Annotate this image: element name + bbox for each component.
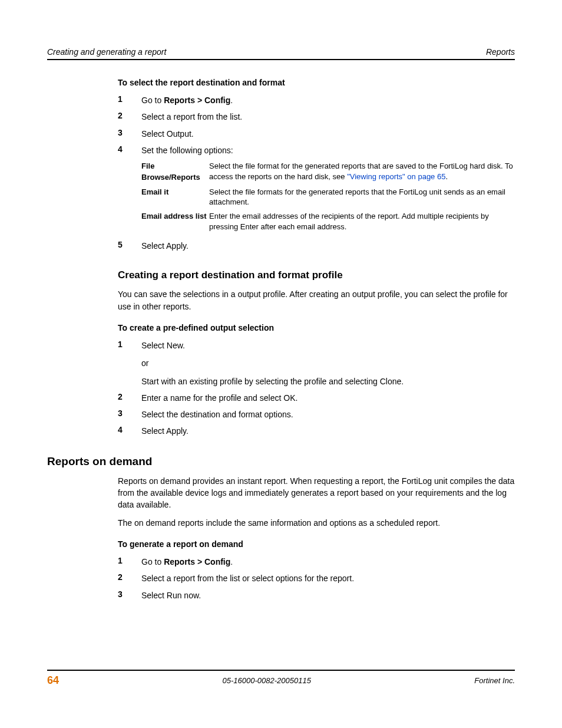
step-number: 2 xyxy=(118,392,141,404)
option-desc: Enter the email addresses of the recipie… xyxy=(209,211,515,232)
step-text: Enter a name for the profile and select … xyxy=(141,392,515,404)
step-text: Go to Reports > Config. xyxy=(141,94,515,106)
document-id: 05-16000-0082-20050115 xyxy=(223,676,311,685)
step-row: 1 Go to Reports > Config. xyxy=(118,94,515,106)
option-row: Email it Select the file formats for the… xyxy=(141,187,515,207)
section-heading-h2: Reports on demand xyxy=(47,455,515,468)
procedure-heading: To create a pre-defined output selection xyxy=(118,323,515,332)
option-row: Email address list Enter the email addre… xyxy=(141,211,515,232)
procedure-heading: To select the report destination and for… xyxy=(118,78,515,87)
step-row: 3 Select Output. xyxy=(118,128,515,140)
step-text: Select a report from the list or select … xyxy=(141,572,515,584)
option-label: Email address list xyxy=(141,211,209,232)
step-text: Select Apply. xyxy=(141,240,515,252)
step-number: 3 xyxy=(118,409,141,420)
company-name: Fortinet Inc. xyxy=(474,676,515,685)
option-desc: Select the file format for the generated… xyxy=(209,161,515,183)
option-desc: Select the file formats for the generate… xyxy=(209,187,515,207)
text-fragment: Select New. xyxy=(141,340,515,351)
step-number: 4 xyxy=(118,144,141,235)
text-fragment: Start with an existing profile by select… xyxy=(141,375,515,387)
step-row: 1 Go to Reports > Config. xyxy=(118,556,515,568)
step-text: Set the following options: File Browse/R… xyxy=(141,144,515,235)
step-row: 1 Select New. or Start with an existing … xyxy=(118,340,515,387)
step-number: 2 xyxy=(118,572,141,584)
step-row: 5 Select Apply. xyxy=(118,240,515,252)
step-number: 1 xyxy=(118,94,141,106)
page: Creating and generating a report Reports… xyxy=(0,0,562,728)
text-fragment: Go to xyxy=(141,95,164,105)
step-number: 3 xyxy=(118,128,141,140)
step-text: Select Output. xyxy=(141,128,515,140)
text-fragment: Set the following options: xyxy=(141,146,233,155)
step-text: Select the destination and format option… xyxy=(141,409,515,420)
header-left: Creating and generating a report xyxy=(47,47,166,57)
step-number: 3 xyxy=(118,589,141,601)
text-fragment: . xyxy=(445,172,448,181)
option-label: File Browse/Reports xyxy=(141,161,209,183)
step-number: 1 xyxy=(118,340,141,387)
text-fragment: Go to xyxy=(141,557,164,566)
step-row: 4 Select Apply. xyxy=(118,425,515,437)
body-paragraph: The on demand reports include the same i… xyxy=(118,517,515,529)
step-row: 4 Set the following options: File Browse… xyxy=(118,144,515,235)
option-row: File Browse/Reports Select the file form… xyxy=(141,161,515,183)
step-text: Select a report from the list. xyxy=(141,111,515,123)
step-text: Select Run now. xyxy=(141,589,515,601)
step-row: 3 Select Run now. xyxy=(118,589,515,601)
step-text: Go to Reports > Config. xyxy=(141,556,515,568)
step-row: 2 Enter a name for the profile and selec… xyxy=(118,392,515,404)
running-header: Creating and generating a report Reports xyxy=(47,47,515,60)
step-row: 2 Select a report from the list or selec… xyxy=(118,572,515,584)
step-row: 3 Select the destination and format opti… xyxy=(118,409,515,420)
section-heading-h3: Creating a report destination and format… xyxy=(118,269,515,281)
text-fragment: . xyxy=(230,557,233,566)
header-right: Reports xyxy=(486,47,515,57)
step-number: 5 xyxy=(118,240,141,252)
menu-path: Reports > Config xyxy=(164,557,230,566)
step-number: 1 xyxy=(118,556,141,568)
procedure-heading: To generate a report on demand xyxy=(118,539,515,549)
menu-path: Reports > Config xyxy=(164,95,230,105)
option-label: Email it xyxy=(141,187,209,207)
options-table: File Browse/Reports Select the file form… xyxy=(141,161,515,232)
page-footer: 64 05-16000-0082-20050115 Fortinet Inc. xyxy=(47,670,515,687)
body-paragraph: Reports on demand provides an instant re… xyxy=(118,475,515,511)
body-paragraph: You can save the selections in a output … xyxy=(118,288,515,312)
step-row: 2 Select a report from the list. xyxy=(118,111,515,123)
step-text: Select New. or Start with an existing pr… xyxy=(141,340,515,387)
step-number: 2 xyxy=(118,111,141,123)
text-fragment: . xyxy=(230,95,233,105)
content-area: To select the report destination and for… xyxy=(47,78,515,601)
page-number: 64 xyxy=(47,674,59,687)
cross-ref-link[interactable]: "Viewing reports" on page 65 xyxy=(347,172,445,181)
step-text: Select Apply. xyxy=(141,425,515,437)
step-number: 4 xyxy=(118,425,141,437)
text-fragment: or xyxy=(141,357,515,369)
